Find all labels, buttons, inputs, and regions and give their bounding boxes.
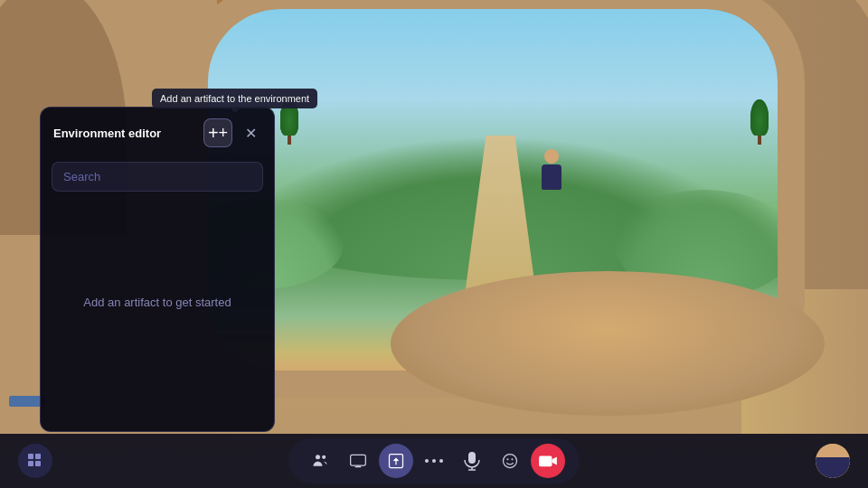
- svg-rect-2: [28, 461, 33, 466]
- avatar-head: [544, 149, 559, 164]
- svg-point-15: [507, 458, 509, 460]
- more-options-button[interactable]: [417, 444, 451, 478]
- tree5: [750, 99, 769, 145]
- svg-rect-3: [35, 461, 41, 466]
- mic-button[interactable]: [455, 444, 489, 478]
- panel-title: Environment editor: [53, 127, 161, 140]
- svg-point-16: [512, 458, 514, 460]
- svg-point-5: [322, 455, 326, 459]
- svg-marker-18: [552, 457, 557, 465]
- svg-rect-1: [35, 454, 41, 459]
- toolbar-left: [18, 444, 52, 478]
- share-icon: [387, 452, 405, 470]
- svg-point-4: [316, 455, 320, 459]
- plus-icon: +: [211, 126, 225, 140]
- screen-icon: [349, 452, 367, 470]
- mic-icon: [464, 451, 480, 471]
- add-artifact-button[interactable]: +: [203, 118, 232, 147]
- empty-state-message: Add an artifact to get started: [83, 296, 231, 309]
- dots-icon: [425, 458, 443, 464]
- avatar-button[interactable]: [816, 444, 850, 478]
- screen-share-button[interactable]: [341, 444, 375, 478]
- svg-rect-17: [539, 456, 552, 467]
- toolbar: [0, 434, 868, 488]
- svg-point-9: [432, 459, 436, 463]
- camera-icon: [538, 453, 558, 469]
- svg-rect-11: [468, 452, 476, 464]
- search-container: [41, 156, 274, 202]
- svg-rect-6: [351, 455, 366, 465]
- grid-icon: [27, 453, 43, 469]
- avatar-body: [542, 164, 561, 190]
- svg-point-10: [439, 459, 443, 463]
- svg-rect-0: [28, 454, 33, 459]
- panel-actions: + ✕: [203, 118, 261, 147]
- close-panel-button[interactable]: ✕: [240, 122, 261, 144]
- emoji-button[interactable]: [493, 444, 527, 478]
- environment-editor-panel: Environment editor + ✕ Add an artifact t…: [40, 107, 275, 432]
- share-button[interactable]: [379, 444, 413, 478]
- scene-avatar: [538, 149, 565, 194]
- stage: [391, 271, 825, 416]
- svg-point-14: [504, 455, 517, 468]
- toolbar-right: [816, 444, 850, 478]
- empty-state: Add an artifact to get started: [41, 202, 274, 401]
- svg-point-8: [425, 459, 429, 463]
- search-input[interactable]: [52, 162, 263, 192]
- avatar-image: [816, 444, 850, 478]
- people-button[interactable]: [303, 444, 337, 478]
- panel-header: Environment editor + ✕: [41, 108, 274, 156]
- tree3: [280, 99, 298, 145]
- grid-menu-button[interactable]: [18, 444, 52, 478]
- camera-button[interactable]: [531, 444, 565, 478]
- emoji-icon: [501, 452, 519, 470]
- toolbar-center: [288, 438, 580, 483]
- close-icon: ✕: [245, 125, 257, 142]
- people-icon: [311, 452, 329, 470]
